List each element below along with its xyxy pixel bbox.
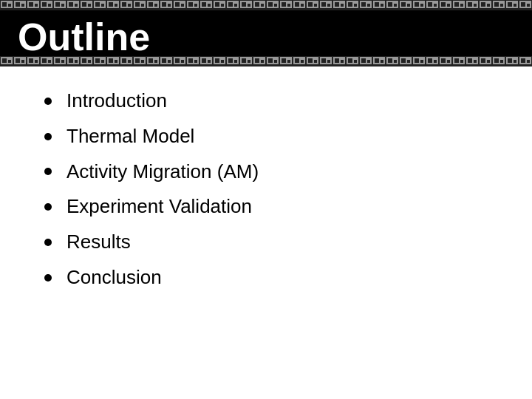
bullet-dot-icon [44, 274, 52, 282]
bullet-dot-icon [44, 203, 52, 211]
bullet-dot-icon [44, 239, 52, 246]
bullet-text: Thermal Model [66, 124, 194, 149]
bullet-text: Experiment Validation [66, 194, 252, 219]
bullet-list: IntroductionThermal ModelActivity Migrat… [44, 89, 502, 290]
bullet-dot-icon [44, 168, 52, 175]
list-item: Activity Migration (AM) [44, 160, 502, 185]
list-item: Experiment Validation [44, 194, 502, 219]
bullet-text: Activity Migration (AM) [66, 160, 259, 185]
bullet-dot-icon [44, 133, 52, 140]
content-area: IntroductionThermal ModelActivity Migrat… [0, 66, 532, 316]
list-item: Introduction [44, 89, 502, 114]
list-item: Results [44, 230, 502, 255]
slide-title: Outline [12, 7, 150, 59]
bullet-text: Conclusion [66, 265, 162, 290]
bullet-text: Results [66, 230, 131, 255]
list-item: Thermal Model [44, 124, 502, 149]
header-bar: Outline [0, 0, 532, 66]
list-item: Conclusion [44, 265, 502, 290]
slide-container: Outline IntroductionThermal ModelActivit… [0, 0, 532, 399]
bullet-dot-icon [44, 98, 52, 105]
bullet-text: Introduction [66, 89, 167, 114]
